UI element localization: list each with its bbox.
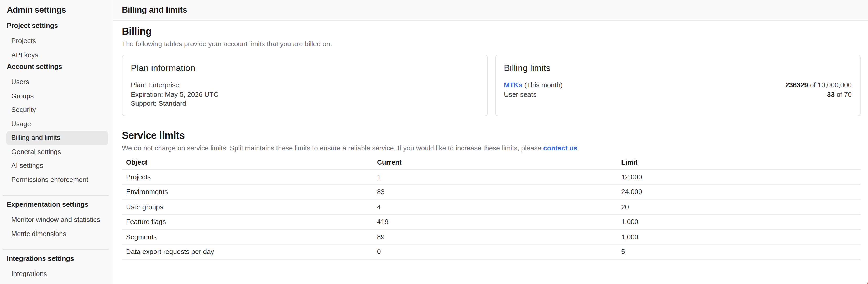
sidebar-section-header-account-settings: Account settings bbox=[7, 62, 113, 71]
column-header-object: Object bbox=[122, 155, 373, 169]
sidebar-item-billing-and-limits[interactable]: Billing and limits bbox=[6, 131, 108, 145]
column-header-limit: Limit bbox=[617, 155, 861, 169]
sidebar-divider bbox=[3, 195, 109, 196]
table-row-feature-flags: Feature flags4191,000 bbox=[122, 214, 861, 229]
cell-object: Data export requests per day bbox=[122, 244, 373, 259]
sidebar-divider bbox=[3, 249, 109, 250]
billing-limits-rows: MTKs (This month)236329 of 10,000,000Use… bbox=[504, 81, 852, 99]
sidebar-item-general-settings[interactable]: General settings bbox=[6, 145, 108, 159]
cell-limit: 1,000 bbox=[617, 229, 861, 244]
table-row-data-export-requests-per-day: Data export requests per day05 bbox=[122, 244, 861, 259]
cell-limit: 1,000 bbox=[617, 214, 861, 229]
sidebar-item-permissions-enforcement[interactable]: Permissions enforcement bbox=[6, 173, 108, 187]
sidebar-item-security[interactable]: Security bbox=[6, 103, 108, 117]
billing-limits-title: Billing limits bbox=[504, 63, 852, 74]
table-row-segments: Segments891,000 bbox=[122, 229, 861, 244]
billing-heading: Billing bbox=[122, 25, 861, 38]
billing-section: Billing The following tables provide you… bbox=[122, 25, 861, 116]
service-limits-heading: Service limits bbox=[122, 129, 861, 142]
billing-limit-label: User seats bbox=[504, 90, 536, 99]
plan-info-line: Plan: Enterprise bbox=[131, 81, 478, 90]
sidebar-item-projects[interactable]: Projects bbox=[6, 34, 108, 48]
cell-current: 89 bbox=[373, 229, 617, 244]
cell-limit: 20 bbox=[617, 199, 861, 214]
billing-limits-card: Billing limits MTKs (This month)236329 o… bbox=[495, 55, 861, 116]
billing-cards-row: Plan information Plan: EnterpriseExpirat… bbox=[122, 55, 861, 116]
sidebar-nav: Project settingsProjectsAPI keysAccount … bbox=[0, 21, 113, 281]
cell-object: Projects bbox=[122, 169, 373, 184]
main-area: Billing and limits Billing The following… bbox=[114, 0, 868, 284]
cell-object: Environments bbox=[122, 184, 373, 199]
cell-current: 4 bbox=[373, 199, 617, 214]
table-body: Projects112,000Environments8324,000User … bbox=[122, 169, 861, 259]
cell-current: 419 bbox=[373, 214, 617, 229]
sidebar-item-groups[interactable]: Groups bbox=[6, 89, 108, 103]
cell-limit: 5 bbox=[617, 244, 861, 259]
cell-current: 0 bbox=[373, 244, 617, 259]
sidebar-item-usage[interactable]: Usage bbox=[6, 117, 108, 131]
service-limits-description-period: . bbox=[577, 144, 579, 152]
cell-object: Segments bbox=[122, 229, 373, 244]
billing-limit-label: MTKs (This month) bbox=[504, 81, 563, 90]
page-title: Billing and limits bbox=[122, 5, 187, 15]
content: Billing The following tables provide you… bbox=[114, 21, 868, 284]
service-limits-section: Service limits We do not charge on servi… bbox=[122, 129, 861, 259]
cell-object: User groups bbox=[122, 199, 373, 214]
plan-information-card: Plan information Plan: EnterpriseExpirat… bbox=[122, 55, 488, 116]
sidebar: Admin settings Project settingsProjectsA… bbox=[0, 0, 114, 284]
plan-info-line: Support: Standard bbox=[131, 99, 478, 108]
top-bar: Billing and limits bbox=[114, 0, 868, 21]
billing-limit-used: 236329 bbox=[785, 81, 808, 89]
table-row-projects: Projects112,000 bbox=[122, 169, 861, 184]
billing-limit-value: 33 of 70 bbox=[827, 90, 852, 99]
sidebar-item-monitor-window-and-statistics[interactable]: Monitor window and statistics bbox=[6, 213, 108, 227]
cell-current: 83 bbox=[373, 184, 617, 199]
sidebar-section-header-project-settings: Project settings bbox=[7, 21, 113, 30]
sidebar-item-users[interactable]: Users bbox=[6, 75, 108, 89]
service-limits-description: We do not charge on service limits. Spli… bbox=[122, 143, 861, 152]
contact-us-link[interactable]: contact us bbox=[543, 144, 577, 152]
billing-limit-row-user-seats: User seats33 of 70 bbox=[504, 90, 852, 99]
sidebar-item-metric-dimensions[interactable]: Metric dimensions bbox=[6, 227, 108, 241]
table-row-user-groups: User groups420 bbox=[122, 199, 861, 214]
table-row-environments: Environments8324,000 bbox=[122, 184, 861, 199]
sidebar-title: Admin settings bbox=[7, 4, 113, 16]
service-limits-table: Object Current Limit Projects112,000Envi… bbox=[122, 155, 861, 259]
cell-current: 1 bbox=[373, 169, 617, 184]
billing-limit-value: 236329 of 10,000,000 bbox=[785, 81, 852, 90]
sidebar-section-header-integrations-settings: Integrations settings bbox=[7, 254, 113, 263]
sidebar-section-header-experimentation-settings: Experimentation settings bbox=[7, 200, 113, 209]
sidebar-item-api-keys[interactable]: API keys bbox=[6, 48, 108, 62]
plan-info-lines: Plan: EnterpriseExpiration: May 5, 2026 … bbox=[131, 81, 478, 108]
billing-limit-used: 33 bbox=[827, 90, 835, 98]
admin-settings-page: Admin settings Project settingsProjectsA… bbox=[0, 0, 868, 284]
cell-object: Feature flags bbox=[122, 214, 373, 229]
sidebar-item-integrations[interactable]: Integrations bbox=[6, 267, 108, 281]
service-limits-description-text: We do not charge on service limits. Spli… bbox=[122, 144, 543, 152]
plan-info-line: Expiration: May 5, 2026 UTC bbox=[131, 90, 478, 99]
billing-limit-row-mtks: MTKs (This month)236329 of 10,000,000 bbox=[504, 81, 852, 90]
column-header-current: Current bbox=[373, 155, 617, 169]
table-header-row: Object Current Limit bbox=[122, 155, 861, 169]
cell-limit: 12,000 bbox=[617, 169, 861, 184]
sidebar-item-ai-settings[interactable]: AI settings bbox=[6, 159, 108, 173]
cell-limit: 24,000 bbox=[617, 184, 861, 199]
plan-information-title: Plan information bbox=[131, 63, 478, 74]
billing-description: The following tables provide your accoun… bbox=[122, 39, 861, 48]
mtks-link[interactable]: MTKs bbox=[504, 81, 523, 89]
